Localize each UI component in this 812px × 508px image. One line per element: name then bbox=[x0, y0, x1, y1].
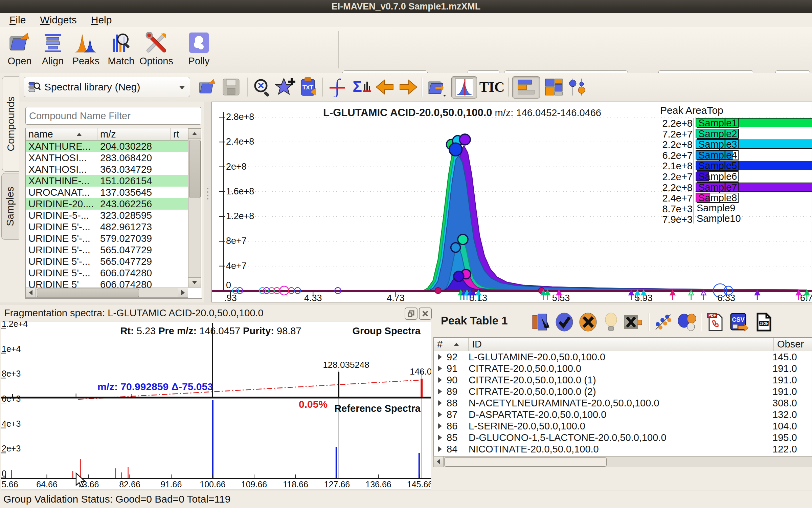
load-library-button[interactable] bbox=[196, 76, 219, 98]
tab-samples[interactable]: Samples bbox=[1, 173, 19, 240]
compound-row[interactable]: URIDINE-20....243.062256 bbox=[26, 198, 188, 210]
expand-icon[interactable] bbox=[438, 435, 442, 441]
barplot-button[interactable] bbox=[512, 76, 540, 99]
close-panel-button[interactable] bbox=[419, 308, 432, 320]
expand-icon[interactable] bbox=[438, 446, 442, 452]
eic-plot[interactable]: 2.8e+82.4e+82e+81.6e+81.2e+88e+74e+70.93… bbox=[211, 102, 812, 302]
expand-icon[interactable] bbox=[438, 400, 442, 406]
peak-table-hscrollbar[interactable] bbox=[433, 456, 812, 468]
delete-group-button[interactable] bbox=[622, 312, 643, 333]
compound-row[interactable]: XANTHOSI...283.068420 bbox=[26, 152, 188, 164]
peak-table-row[interactable]: 92L-GLUTAMINE-20.0,50.0,100.0145.0 bbox=[434, 351, 812, 363]
title-bar[interactable]: El-MAVEN_v0.7.0 Sample1.mzXML bbox=[0, 0, 812, 13]
vertical-splitter[interactable] bbox=[204, 102, 211, 302]
legend-label[interactable]: Sample9 bbox=[697, 204, 735, 212]
peaks-button[interactable]: Peaks bbox=[70, 30, 102, 70]
expand-icon[interactable] bbox=[438, 388, 442, 395]
peak-table-col-header-2[interactable]: Obser bbox=[774, 338, 812, 351]
cluster-button[interactable] bbox=[676, 312, 697, 333]
legend-label[interactable]: Sample4 bbox=[697, 150, 739, 160]
legend-label[interactable]: Sample10 bbox=[697, 214, 741, 223]
align-button[interactable]: Align bbox=[37, 30, 69, 70]
peak-table-row[interactable]: 88N-ACETYLNEURAMINATE-20.0,50.0,100.0308… bbox=[434, 397, 812, 409]
compound-row[interactable]: XANTHOSI...363.034729 bbox=[26, 164, 188, 175]
unmark-button[interactable] bbox=[601, 312, 622, 333]
save-library-button[interactable] bbox=[220, 76, 242, 98]
mark-bad-button[interactable] bbox=[578, 312, 599, 333]
compound-table[interactable]: namem/zrtXANTHURE...204.030228XANTHOSI..… bbox=[25, 128, 202, 299]
peak-table-row[interactable]: 90CITRATE-20.0,50.0,100.0 (1)191.0 bbox=[434, 374, 812, 386]
legend-label[interactable]: Sample5 bbox=[697, 161, 739, 171]
scroll-left-icon[interactable] bbox=[26, 288, 36, 298]
peak-table-row[interactable]: 84NICOTINATE-20.0,50.0,100.0122.0 bbox=[434, 443, 812, 455]
mark-good-button[interactable] bbox=[554, 312, 575, 333]
expand-icon[interactable] bbox=[438, 365, 442, 372]
float-panel-button[interactable] bbox=[405, 308, 418, 320]
compound-row[interactable]: URIDINE 5'-...482.961273 bbox=[26, 221, 188, 233]
open-button[interactable]: Open bbox=[3, 30, 36, 70]
fragmentation-plot[interactable]: 1.2e+41e+48e+36e+34e+32e+30128.035248146… bbox=[1, 321, 431, 489]
legend-label[interactable]: Sample7 bbox=[697, 182, 739, 192]
peak-table-col-header-1[interactable]: ID bbox=[469, 338, 774, 351]
peak-table[interactable]: #IDObser92L-GLUTAMINE-20.0,50.0,100.0145… bbox=[433, 337, 812, 456]
menu-help[interactable]: Help bbox=[86, 14, 117, 26]
compound-filter-input[interactable] bbox=[25, 107, 201, 125]
isotope-plot-button[interactable] bbox=[543, 76, 565, 98]
legend-label[interactable]: Sample2 bbox=[697, 129, 739, 139]
expand-icon[interactable] bbox=[438, 377, 442, 383]
legend-label[interactable]: Sample8 bbox=[697, 193, 739, 203]
export-folder-button[interactable] bbox=[426, 76, 448, 98]
compound-row[interactable]: URIDINE 5'-...579.027039 bbox=[26, 233, 188, 244]
spectral-library-combobox[interactable]: Spectral library (Neg) bbox=[24, 77, 190, 97]
compound-row[interactable]: URIDINE 5'-...565.047729 bbox=[26, 244, 188, 256]
compound-col-header-1[interactable]: m/z bbox=[97, 128, 171, 141]
peak-table-col-header-0[interactable]: # bbox=[434, 338, 469, 351]
expand-icon[interactable] bbox=[438, 354, 442, 360]
compound-col-header-2[interactable]: rt bbox=[171, 128, 188, 141]
menu-file[interactable]: File bbox=[5, 14, 30, 26]
horizontal-splitter[interactable] bbox=[0, 302, 812, 305]
previous-group-button[interactable] bbox=[374, 76, 396, 98]
peak-table-row[interactable]: 87D-ASPARTATE-20.0,50.0,100.0132.0 bbox=[434, 409, 812, 420]
peak-table-row[interactable]: 86L-SERINE-20.0,50.0,100.0104.0 bbox=[434, 420, 812, 432]
scroll-thumb[interactable] bbox=[37, 289, 139, 297]
export-txt-button[interactable]: TXT bbox=[297, 76, 319, 98]
boxplot-button[interactable] bbox=[566, 76, 589, 98]
scroll-thumb[interactable] bbox=[189, 140, 201, 198]
export-json-button[interactable]: JSON bbox=[753, 312, 774, 333]
show-eic-button[interactable] bbox=[451, 76, 477, 99]
edit-group-button[interactable] bbox=[530, 312, 551, 333]
peak-table-row[interactable]: 89CITRATE-20.0,50.0,100.0 (2)191.0 bbox=[434, 386, 812, 397]
scroll-up-icon[interactable] bbox=[188, 128, 201, 139]
export-csv-button[interactable]: CSV bbox=[728, 312, 749, 333]
peak-table-row[interactable]: 91CITRATE-20.0,50.0,100.0191.0 bbox=[434, 363, 812, 374]
legend-label[interactable]: Sample3 bbox=[697, 139, 739, 149]
show-tic-button[interactable]: TIC bbox=[479, 76, 505, 98]
compound-row[interactable]: URIDINE 5'-...565.047729 bbox=[26, 256, 188, 267]
expand-icon[interactable] bbox=[438, 411, 442, 418]
compound-col-header-0[interactable]: name bbox=[26, 128, 97, 141]
reset-zoom-button[interactable]: ✕ bbox=[251, 76, 273, 98]
integrate-area-button[interactable]: ∫ bbox=[326, 76, 348, 98]
scroll-thumb[interactable] bbox=[444, 457, 607, 467]
menu-widgets[interactable]: Widgets bbox=[35, 14, 81, 26]
expand-icon[interactable] bbox=[438, 423, 442, 429]
scroll-down-icon[interactable] bbox=[188, 277, 201, 288]
bookmark-button[interactable] bbox=[274, 76, 296, 98]
compound-row[interactable]: UROCANAT...137.035645 bbox=[26, 187, 188, 198]
compound-row[interactable]: URIDINE-5-...323.028595 bbox=[26, 210, 188, 221]
polly-button[interactable]: Polly bbox=[183, 30, 215, 70]
next-group-button[interactable] bbox=[397, 76, 420, 98]
scroll-right-icon[interactable] bbox=[178, 288, 188, 298]
legend-label[interactable]: Sample1 bbox=[697, 118, 739, 128]
tab-compounds[interactable]: Compounds bbox=[2, 76, 19, 172]
compound-row[interactable]: XANTHINE-...151.026154 bbox=[26, 175, 188, 187]
scatter-plot-button[interactable] bbox=[653, 312, 674, 333]
compound-row[interactable]: XANTHURE...204.030228 bbox=[26, 141, 188, 152]
options-button[interactable]: Options bbox=[140, 30, 173, 70]
scroll-left-icon[interactable] bbox=[433, 456, 444, 467]
export-pdf-button[interactable]: PDF bbox=[705, 312, 726, 333]
legend-label[interactable]: Sample6 bbox=[697, 171, 739, 182]
peak-table-row[interactable]: 85D-GLUCONO-1,5-LACTONE-20.0,50.0,100.01… bbox=[434, 432, 812, 443]
match-button[interactable]: Match bbox=[105, 30, 137, 70]
